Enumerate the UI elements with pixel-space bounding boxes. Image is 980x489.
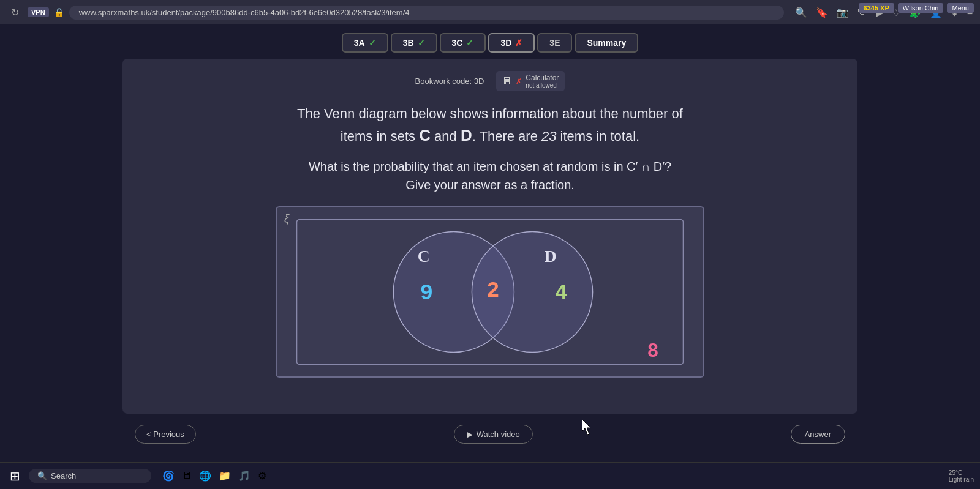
menu-button[interactable]: Menu bbox=[947, 3, 974, 13]
weather-desc: Light rain bbox=[949, 476, 974, 483]
set-c-label: C bbox=[418, 247, 430, 266]
video-icon: ▶ bbox=[467, 430, 473, 439]
set-d-label: D bbox=[545, 247, 557, 266]
tab-3b[interactable]: 3B ✓ bbox=[391, 33, 437, 53]
tab-3b-label: 3B bbox=[403, 38, 414, 48]
taskbar-search[interactable]: 🔍 Search bbox=[29, 469, 151, 483]
screenshot-icon[interactable]: 📷 bbox=[837, 7, 849, 18]
venn-box: ξ C D 9 2 4 8 bbox=[276, 206, 704, 378]
taskbar-right: 25°C Light rain bbox=[949, 469, 974, 483]
question-line3: What is the probability that an item cho… bbox=[147, 157, 833, 194]
vpn-badge: VPN bbox=[28, 7, 49, 17]
task-icon-3[interactable]: 🌐 bbox=[199, 470, 211, 482]
nav-tabs: 3A ✓ 3B ✓ 3C ✓ 3D ✗ 3E Summary bbox=[0, 24, 980, 59]
tab-3c[interactable]: 3C ✓ bbox=[440, 33, 486, 53]
task-icon-6[interactable]: ⚙ bbox=[258, 470, 266, 482]
task-icon-2[interactable]: 🖥 bbox=[182, 470, 192, 482]
tab-3b-check: ✓ bbox=[418, 38, 425, 48]
venn-diagram: C D 9 2 4 8 bbox=[277, 207, 703, 376]
tab-3c-label: 3C bbox=[452, 38, 463, 48]
tab-3d-label: 3D bbox=[500, 38, 511, 48]
xp-badge: 6345 XP bbox=[859, 3, 894, 13]
watch-video-button[interactable]: ▶ Watch video bbox=[454, 425, 533, 444]
outside-value: 8 bbox=[647, 339, 658, 361]
calculator-icon: 🖩 bbox=[502, 76, 512, 87]
tab-3e[interactable]: 3E bbox=[537, 33, 572, 53]
search-icon: 🔍 bbox=[37, 471, 47, 480]
lock-icon: 🔒 bbox=[54, 7, 64, 17]
tab-3a[interactable]: 3A ✓ bbox=[342, 33, 388, 53]
question-line2: items in sets C and D. There are 23 item… bbox=[341, 129, 639, 144]
weather-info: 25°C Light rain bbox=[949, 469, 974, 483]
tab-3d-cross: ✗ bbox=[515, 38, 522, 48]
calculator-label: Calculator bbox=[526, 73, 559, 82]
calculator-status: not allowed bbox=[526, 82, 559, 89]
calculator-cross-icon: ✗ bbox=[516, 77, 522, 86]
tab-3a-label: 3A bbox=[354, 38, 365, 48]
tab-3a-check: ✓ bbox=[369, 38, 376, 48]
question-line4: Give your answer as a fraction. bbox=[147, 176, 833, 194]
taskbar: ⊞ 🔍 Search 🌀 🖥 🌐 📁 🎵 ⚙ 25°C Light rain bbox=[0, 462, 980, 489]
bookwork-code: Bookwork code: 3D bbox=[415, 77, 484, 86]
search-browser-icon[interactable]: 🔍 bbox=[795, 7, 807, 18]
task-icon-5[interactable]: 🎵 bbox=[238, 470, 251, 482]
task-icon-1[interactable]: 🌀 bbox=[162, 470, 175, 482]
search-label: Search bbox=[51, 471, 76, 480]
previous-button[interactable]: < Previous bbox=[135, 425, 196, 444]
url-bar[interactable]: www.sparxmaths.uk/student/package/900b86… bbox=[69, 6, 784, 20]
d-only-value: 4 bbox=[555, 280, 567, 304]
bottom-controls: < Previous ▶ Watch video Answer bbox=[0, 416, 980, 452]
tab-summary-label: Summary bbox=[587, 38, 626, 48]
venn-container: ξ C D 9 2 4 8 bbox=[147, 206, 833, 378]
tab-3e-label: 3E bbox=[549, 38, 560, 48]
answer-button[interactable]: Answer bbox=[791, 425, 845, 444]
user-info: 6345 XP Wilson Chin Menu bbox=[859, 3, 974, 13]
tab-3c-check: ✓ bbox=[466, 38, 473, 48]
taskbar-icons: 🌀 🖥 🌐 📁 🎵 ⚙ bbox=[162, 470, 266, 482]
intersection-value: 2 bbox=[487, 277, 499, 302]
calculator-badge: 🖩 ✗ Calculator not allowed bbox=[496, 71, 565, 91]
back-button[interactable]: ↻ bbox=[7, 6, 23, 20]
bookwork-row: Bookwork code: 3D 🖩 ✗ Calculator not all… bbox=[147, 71, 833, 91]
tab-3d[interactable]: 3D ✗ bbox=[488, 33, 535, 53]
tab-summary[interactable]: Summary bbox=[575, 33, 638, 53]
bookmark-icon[interactable]: 🔖 bbox=[816, 7, 828, 18]
user-name: Wilson Chin bbox=[898, 3, 944, 13]
main-content: Bookwork code: 3D 🖩 ✗ Calculator not all… bbox=[123, 59, 858, 414]
task-icon-4[interactable]: 📁 bbox=[219, 470, 231, 482]
start-button[interactable]: ⊞ bbox=[6, 468, 24, 485]
browser-bar: ↻ VPN 🔒 www.sparxmaths.uk/student/packag… bbox=[0, 0, 980, 24]
question-line1: The Venn diagram below shows information… bbox=[147, 103, 833, 147]
weather-temp: 25°C bbox=[949, 469, 974, 476]
c-only-value: 9 bbox=[421, 280, 433, 304]
